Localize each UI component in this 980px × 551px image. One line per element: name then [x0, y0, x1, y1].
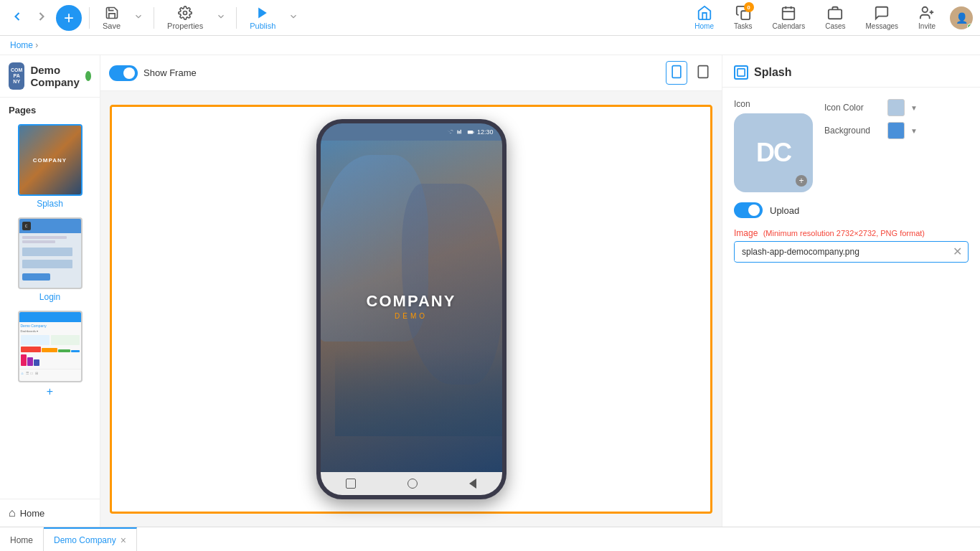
icon-preview-text: DC: [756, 140, 791, 166]
tab-close-button[interactable]: ×: [121, 535, 126, 545]
tab-home[interactable]: Home: [0, 527, 44, 551]
canvas-toolbar: Show Frame: [100, 55, 722, 91]
upload-toggle-knob: [748, 204, 760, 216]
svg-rect-19: [738, 69, 745, 76]
nav-cases-label: Cases: [825, 22, 845, 30]
icon-color-swatch[interactable]: [887, 99, 905, 116]
canvas-frame: 12:30 COMPANY DEMO: [110, 105, 712, 514]
upload-toggle-row: Upload: [734, 202, 969, 218]
login-thumbnail: C: [18, 217, 83, 289]
properties-label: Properties: [167, 22, 203, 30]
image-hint: (Minimum resolution 2732×2732, PNG forma…: [763, 229, 925, 237]
pages-header: Pages: [0, 98, 100, 120]
toolbar-right: Home 0 Tasks Calendars Cases Messages In…: [689, 2, 973, 33]
nav-calendars-label: Calendars: [773, 22, 806, 30]
device-icons: [666, 61, 713, 85]
publish-label: Publish: [250, 22, 275, 30]
nav-calendars-button[interactable]: Calendars: [767, 2, 811, 33]
phone-mockup: 12:30 COMPANY DEMO: [316, 119, 507, 499]
background-swatch[interactable]: [887, 122, 905, 139]
breadcrumb-home[interactable]: Home: [10, 40, 33, 50]
splash-thumb-text: COMPANY: [33, 157, 67, 164]
nav-messages-button[interactable]: Messages: [860, 2, 905, 33]
svg-marker-1: [258, 7, 267, 18]
company-logo-screen: COMPANY DEMO: [367, 292, 456, 320]
phone-nav-circle: [407, 479, 418, 489]
background-dropdown[interactable]: ▼: [910, 127, 918, 135]
svg-rect-17: [461, 129, 461, 133]
publish-dropdown[interactable]: [286, 9, 301, 27]
panel-header: Splash: [722, 55, 980, 88]
publish-button[interactable]: Publish: [244, 3, 281, 33]
dashboard-thumbnail: Demo Company Dashboards ▾: [18, 311, 83, 382]
tab-democompany[interactable]: Demo Company ×: [44, 527, 137, 551]
add-button[interactable]: +: [56, 5, 82, 31]
icon-preview: DC +: [734, 113, 813, 192]
icon-color-dropdown[interactable]: ▼: [910, 104, 918, 112]
background-row: Background ▼: [824, 122, 969, 139]
tablet-view-button[interactable]: [693, 61, 713, 85]
status-time: 12:30: [477, 128, 494, 136]
image-input[interactable]: [735, 242, 947, 261]
nav-home-label: Home: [694, 22, 714, 30]
svg-rect-16: [458, 131, 459, 133]
separator-2: [154, 7, 154, 29]
nav-tasks-button[interactable]: 0 Tasks: [728, 2, 758, 33]
page-item-dashboard[interactable]: Demo Company Dashboards ▾: [0, 306, 100, 402]
nav-invite-label: Invite: [918, 22, 936, 30]
login-label: Login: [39, 292, 60, 302]
properties-dropdown[interactable]: [213, 9, 229, 27]
phone-company-sub: DEMO: [367, 312, 456, 320]
user-thumb-logo: C: [22, 222, 31, 230]
company-logo: COMPANY: [9, 62, 24, 90]
icon-plus[interactable]: +: [796, 175, 807, 187]
nav-tasks-label: Tasks: [734, 22, 753, 30]
phone-screen: COMPANY DEMO: [321, 141, 502, 472]
back-button[interactable]: [7, 6, 27, 29]
main-toolbar: + Save Properties Publish Home: [0, 0, 980, 36]
splash-thumbnail: COMPANY: [18, 124, 83, 196]
separator-3: [236, 7, 237, 29]
phone-status-bar: 12:30: [321, 123, 502, 141]
svg-rect-11: [672, 66, 681, 78]
toggle-knob: [123, 67, 135, 79]
save-dropdown[interactable]: [131, 9, 146, 27]
separator-1: [89, 7, 90, 29]
frame-toggle-switch[interactable]: [109, 65, 138, 81]
user-thumb-lines: [19, 233, 81, 283]
phone-bottom-bar: [321, 472, 502, 495]
nav-home-button[interactable]: Home: [689, 2, 720, 33]
canvas-area: Show Frame 12:30: [100, 55, 722, 527]
pages-sidebar: COMPANY Demo Company Pages COMPANY Splas…: [0, 55, 100, 527]
phone-view-button[interactable]: [666, 61, 687, 85]
image-label: Image (Minimum resolution 2732×2732, PNG…: [734, 228, 969, 238]
svg-rect-15: [457, 130, 458, 133]
home-nav[interactable]: ⌂ Home: [0, 499, 100, 527]
page-item-splash[interactable]: COMPANY Splash: [0, 120, 100, 213]
nav-cases-button[interactable]: Cases: [819, 2, 851, 33]
show-frame-label: Show Frame: [143, 67, 197, 78]
tasks-badge: 0: [744, 2, 754, 12]
svg-point-0: [184, 11, 187, 14]
phone-nav-square: [346, 479, 356, 489]
clear-image-button[interactable]: ✕: [947, 242, 968, 262]
canvas-content: 12:30 COMPANY DEMO: [100, 91, 722, 527]
nav-invite-button[interactable]: Invite: [913, 2, 941, 33]
avatar-online-dot: [967, 24, 973, 29]
svg-rect-13: [698, 66, 707, 78]
panel-title: Splash: [754, 66, 791, 79]
upload-toggle[interactable]: [734, 202, 763, 218]
company-name: Demo Company: [30, 64, 79, 88]
show-frame-toggle[interactable]: Show Frame: [109, 65, 197, 81]
main-area: COMPANY Demo Company Pages COMPANY Splas…: [0, 55, 980, 527]
page-item-login[interactable]: C Login: [0, 213, 100, 306]
forward-button[interactable]: [32, 6, 52, 29]
user-avatar[interactable]: 👤: [950, 6, 973, 29]
properties-button[interactable]: Properties: [161, 3, 209, 33]
svg-rect-7: [829, 9, 842, 19]
dashboard-add: +: [47, 385, 53, 398]
svg-rect-18: [468, 130, 473, 133]
save-button[interactable]: Save: [97, 3, 126, 33]
icon-color-row: Icon Color ▼: [824, 99, 969, 116]
home-nav-icon: ⌂: [9, 507, 16, 519]
